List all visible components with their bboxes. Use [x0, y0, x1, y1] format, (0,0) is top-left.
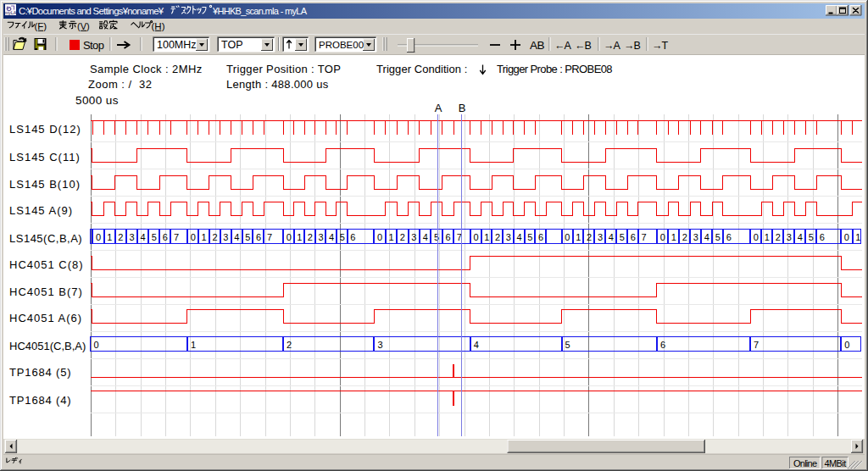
svg-text:(H): (H)	[152, 21, 165, 31]
svg-text:0: 0	[287, 232, 292, 242]
svg-text:6: 6	[350, 232, 355, 242]
svg-text:4: 4	[423, 232, 428, 242]
svg-text:1: 1	[671, 232, 676, 242]
svg-text:Stop: Stop	[83, 39, 104, 52]
svg-text:2: 2	[212, 232, 217, 242]
svg-text:Zoom : / 32: Zoom : / 32	[88, 78, 152, 91]
svg-text:C:¥Documents and Settings¥nona: C:¥Documents and Settings¥noname¥	[19, 6, 164, 16]
svg-text:2: 2	[495, 232, 500, 242]
svg-text:HC4051 A(6): HC4051 A(6)	[9, 312, 82, 324]
svg-text:1: 1	[484, 232, 489, 242]
svg-text:4: 4	[798, 232, 803, 242]
svg-text:HC4051(C,B,A): HC4051(C,B,A)	[9, 340, 86, 352]
svg-text:3: 3	[318, 232, 323, 242]
svg-text:LS145(C,B,A): LS145(C,B,A)	[9, 232, 82, 245]
svg-text:0: 0	[844, 232, 849, 242]
svg-text:→T: →T	[652, 40, 669, 52]
svg-text:LS145 A(9): LS145 A(9)	[9, 204, 73, 217]
svg-text:LS145 D(12): LS145 D(12)	[9, 123, 81, 136]
svg-text:6: 6	[256, 232, 261, 242]
svg-text:1: 1	[855, 232, 860, 242]
svg-text:3: 3	[693, 232, 698, 242]
svg-text:3: 3	[129, 232, 134, 242]
svg-text:5: 5	[527, 232, 532, 242]
svg-text:1: 1	[202, 232, 207, 242]
svg-text:5: 5	[620, 232, 625, 242]
svg-text:HC4051 C(8): HC4051 C(8)	[9, 258, 84, 271]
svg-text:LS145 C(11): LS145 C(11)	[9, 151, 81, 163]
svg-text:TP1684 (4): TP1684 (4)	[9, 394, 72, 407]
svg-text:¥HHKB_scan.mla - myLA: ¥HHKB_scan.mla - myLA	[212, 6, 308, 16]
svg-text:5: 5	[152, 232, 157, 242]
svg-text:2: 2	[776, 232, 781, 242]
svg-text:6: 6	[538, 232, 543, 242]
svg-text:7: 7	[174, 232, 179, 242]
svg-text:4: 4	[609, 232, 614, 242]
svg-text:←B: ←B	[575, 40, 592, 52]
svg-text:7: 7	[267, 232, 272, 242]
svg-text:6: 6	[820, 232, 825, 242]
svg-text:4: 4	[474, 340, 479, 350]
svg-text:myLA: myLA	[5, 10, 17, 15]
svg-text:(F): (F)	[35, 21, 47, 31]
svg-text:0: 0	[191, 232, 196, 242]
svg-text:→B: →B	[624, 40, 641, 52]
svg-text:100MHz: 100MHz	[157, 39, 197, 51]
svg-text:AB: AB	[530, 39, 545, 52]
svg-text:7: 7	[642, 232, 647, 242]
svg-text:6: 6	[445, 232, 450, 242]
svg-text:4: 4	[516, 232, 521, 242]
svg-text:0: 0	[565, 232, 570, 242]
svg-text:0: 0	[754, 232, 759, 242]
svg-text:4MBit: 4MBit	[825, 458, 847, 468]
svg-text:HC4051 B(7): HC4051 B(7)	[9, 285, 83, 298]
svg-text:5: 5	[434, 232, 439, 242]
svg-text:TOP: TOP	[221, 39, 242, 51]
svg-text:Length : 488.000 us: Length : 488.000 us	[226, 78, 329, 91]
svg-text:2: 2	[587, 232, 592, 242]
svg-text:2: 2	[118, 232, 123, 242]
svg-text:6: 6	[660, 340, 665, 350]
svg-text:Sample Clock : 2MHz: Sample Clock : 2MHz	[90, 63, 203, 75]
svg-text:5: 5	[565, 340, 570, 350]
svg-text:0: 0	[473, 232, 478, 242]
svg-text:←A: ←A	[554, 40, 572, 52]
svg-text:(V): (V)	[77, 21, 90, 31]
svg-text:4: 4	[141, 232, 146, 242]
svg-text:B: B	[459, 102, 466, 114]
svg-text:TP1684 (5): TP1684 (5)	[9, 366, 72, 379]
svg-text:5: 5	[340, 232, 345, 242]
svg-text:4: 4	[704, 232, 709, 242]
svg-text:6: 6	[163, 232, 168, 242]
svg-text:0: 0	[94, 340, 99, 350]
svg-text:1: 1	[107, 232, 112, 242]
svg-text:0: 0	[96, 232, 101, 242]
svg-text:5: 5	[715, 232, 721, 242]
svg-text:2: 2	[400, 232, 405, 242]
svg-text:1: 1	[765, 232, 770, 242]
svg-text:Trigger Probe : PROBE08: Trigger Probe : PROBE08	[497, 63, 612, 75]
svg-text:1: 1	[297, 232, 302, 242]
svg-text:7: 7	[754, 340, 759, 350]
svg-text:Online: Online	[793, 458, 817, 468]
svg-text:0: 0	[660, 232, 665, 242]
svg-text:1: 1	[576, 232, 581, 242]
svg-text:3: 3	[377, 340, 382, 350]
svg-text:1: 1	[388, 232, 393, 242]
svg-text:3: 3	[787, 232, 792, 242]
svg-text:6: 6	[631, 232, 636, 242]
svg-text:PROBE00: PROBE00	[319, 40, 364, 50]
svg-text:Trigger Position : TOP: Trigger Position : TOP	[226, 63, 341, 75]
svg-text:→A: →A	[604, 40, 621, 52]
svg-text:3: 3	[598, 232, 603, 242]
svg-text:4: 4	[234, 232, 239, 242]
svg-text:3: 3	[411, 232, 416, 242]
svg-text:2: 2	[287, 340, 292, 350]
svg-text:4: 4	[329, 232, 334, 242]
svg-text:5000 us: 5000 us	[75, 94, 119, 107]
svg-text:6: 6	[726, 232, 732, 242]
svg-text:2: 2	[682, 232, 687, 242]
svg-text:A: A	[435, 102, 442, 114]
svg-text:5: 5	[809, 232, 814, 242]
svg-text:5: 5	[245, 232, 250, 242]
